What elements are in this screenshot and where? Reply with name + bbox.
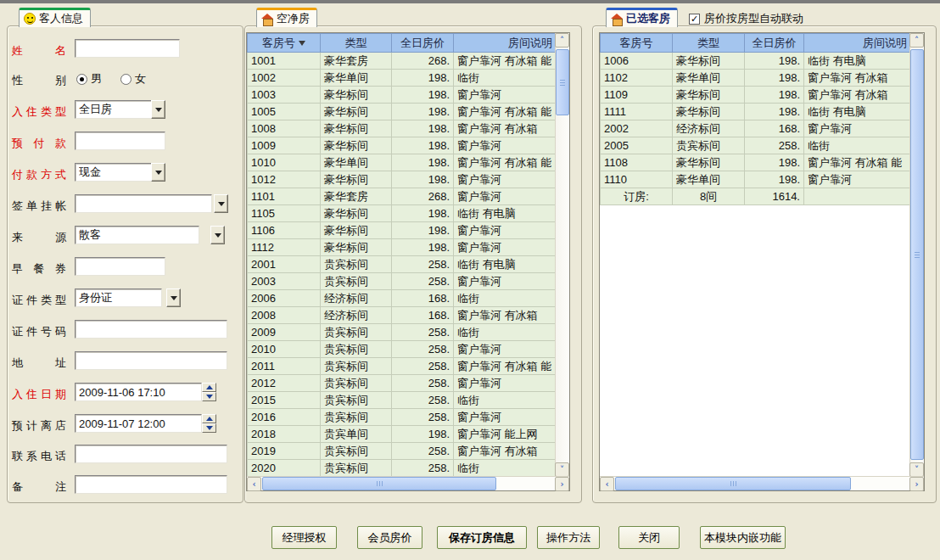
sign-account-input[interactable] [75,194,212,213]
close-button[interactable]: 关闭 [618,526,680,549]
table-row[interactable]: 2015贵宾标间258.临街 [248,392,557,409]
scrollbar-thumb[interactable] [910,49,924,460]
table-row[interactable]: 2012贵宾标间258.窗户靠河 [248,375,557,392]
scrollbar-thumb[interactable] [262,477,496,490]
radio-icon[interactable] [76,74,87,85]
scroll-left-icon[interactable]: ‹ [247,477,261,491]
table-row[interactable]: 1109豪华标间198.窗户靠河 有冰箱 [601,87,911,104]
header-room-no[interactable]: 客房号 [601,34,673,53]
cell: 258. [392,256,454,273]
scroll-down-icon[interactable]: ˅ [555,462,569,477]
scrollbar-thumb[interactable] [556,49,569,115]
table-row[interactable]: 1110豪华单间198.窗户靠河 [601,171,911,188]
id-type-input[interactable] [75,288,162,307]
gender-male-radio[interactable]: 男 [76,71,102,87]
table-row[interactable]: 1105豪华标间198.临街 有电脑 [248,205,557,222]
header-description[interactable]: 房间说明 [804,34,911,53]
table-row[interactable]: 1111豪华标间198.临街 有电脑 [601,104,911,120]
chevron-down-icon[interactable] [210,226,225,244]
table-row[interactable]: 2016贵宾标间258.窗户靠河 [248,409,557,426]
scroll-down-icon[interactable]: ˅ [909,462,924,477]
spin-down-icon[interactable] [202,423,216,433]
spin-up-icon[interactable] [202,414,216,423]
table-row[interactable]: 2018贵宾单间198.窗户靠河 能上网 [248,426,557,443]
table-row[interactable]: 1005豪华标间198.窗户靠河 有冰箱 能 [248,104,557,120]
pay-method-combo[interactable] [75,163,152,182]
scroll-right-icon[interactable]: › [555,477,569,491]
manager-auth-button[interactable]: 经理授权 [271,526,337,549]
table-row[interactable]: 1001豪华套房268.窗户靠河 有冰箱 能 [248,53,557,70]
checkin-datetime-input[interactable] [75,383,202,401]
scroll-left-icon[interactable]: ‹ [600,477,614,491]
table-row[interactable]: 1006豪华标间198.临街 有电脑 [601,53,911,70]
stay-type-combo[interactable] [75,100,152,119]
checkout-datetime-input[interactable] [75,414,202,433]
table-row[interactable]: 2011贵宾标间258.窗户靠河 有冰箱 能 [248,358,557,375]
tab-guest-info[interactable]: 客人信息 [19,8,91,27]
vacant-horizontal-scrollbar[interactable]: ‹ › [247,476,569,490]
spin-up-icon[interactable] [202,383,216,392]
table-row[interactable]: 2005贵宾标间258.临街 [601,137,911,154]
chevron-down-icon[interactable] [166,288,181,307]
checkin-spinner[interactable] [202,383,216,401]
save-booking-button[interactable]: 保存订房信息 [437,526,527,549]
breakfast-input[interactable] [75,257,165,276]
phone-input[interactable] [75,445,227,463]
embedded-function-button[interactable]: 本模块内嵌功能 [700,526,786,549]
table-row[interactable]: 1009豪华标间198.窗户靠河 [248,137,557,154]
table-row[interactable]: 1008豪华标间198.窗户靠河 有冰箱 [248,120,557,137]
auto-price-link-checkbox[interactable]: ✓ 房价按房型自动联动 [689,11,803,26]
vacant-vertical-scrollbar[interactable]: ˄ ˅ [555,33,569,477]
tab-selected-rooms[interactable]: 已选客房 [606,8,678,27]
chevron-down-icon[interactable] [214,194,228,213]
radio-icon[interactable] [120,74,131,85]
scroll-up-icon[interactable]: ˄ [555,33,569,48]
table-row[interactable]: 2002经济标间168.窗户靠河 [601,120,911,137]
table-row[interactable]: 2009贵宾标间258.临街 [248,324,557,341]
checkout-spinner[interactable] [202,414,216,433]
gender-female-radio[interactable]: 女 [120,71,146,87]
chevron-down-icon[interactable] [151,163,165,182]
prepay-input[interactable] [75,132,165,150]
header-type[interactable]: 类型 [321,34,392,53]
scroll-up-icon[interactable]: ˄ [909,33,924,48]
chevron-down-icon[interactable] [151,100,165,119]
help-button[interactable]: 操作方法 [537,526,600,549]
checkbox-icon[interactable]: ✓ [689,14,700,25]
table-row[interactable]: 1002豪华单间198.临街 [248,70,557,87]
selected-vertical-scrollbar[interactable]: ˄ ˅ [909,33,924,477]
scrollbar-thumb[interactable] [615,477,851,490]
table-row[interactable]: 1012豪华标间198.窗户靠河 [248,171,557,188]
table-row[interactable]: 2001贵宾标间258.临街 有电脑 [248,256,557,273]
table-row[interactable]: 1102豪华单间198.窗户靠河 有冰箱 [601,70,911,87]
table-row[interactable]: 1003豪华标间198.窗户靠河 [248,87,557,104]
table-row[interactable]: 1101豪华套房268.窗户靠河 [248,188,557,205]
id-number-input[interactable] [75,320,227,339]
name-input[interactable] [75,39,180,58]
table-row[interactable]: 2020贵宾标间258.临街 [248,460,557,477]
table-row[interactable]: 2003贵宾标间258.窗户靠河 [248,273,557,290]
table-row[interactable]: 2010贵宾标间258.窗户靠河 [248,341,557,358]
header-type[interactable]: 类型 [673,34,745,53]
table-row[interactable]: 1108豪华标间198.窗户靠河 有冰箱 能 [601,154,911,171]
header-price[interactable]: 全日房价 [745,34,804,53]
note-input[interactable] [75,475,227,494]
address-input[interactable] [75,351,227,370]
table-row[interactable]: 2019贵宾标间258.窗户靠河 有冰箱 [248,443,557,460]
source-input[interactable] [75,226,199,244]
member-price-button[interactable]: 会员房价 [357,526,422,549]
table-row[interactable]: 2006经济标间168.临街 [248,290,557,307]
spin-down-icon[interactable] [202,392,216,401]
scroll-right-icon[interactable]: › [909,477,924,491]
cell: 258. [392,443,454,460]
table-row[interactable]: 1112豪华标间198.窗户靠河 [248,239,557,256]
tab-vacant-rooms[interactable]: 空净房 [256,8,317,27]
selected-horizontal-scrollbar[interactable]: ‹ › [600,476,924,490]
cell: 198. [392,426,454,443]
header-room-no[interactable]: 客房号 [248,34,321,53]
table-row[interactable]: 2008经济标间168.窗户靠河 有冰箱 [248,307,557,324]
table-row[interactable]: 1106豪华标间198.窗户靠河 [248,222,557,239]
header-description[interactable]: 房间说明 [454,34,557,53]
header-price[interactable]: 全日房价 [392,34,454,53]
table-row[interactable]: 1010豪华单间198.窗户靠河 有冰箱 能 [248,154,557,171]
